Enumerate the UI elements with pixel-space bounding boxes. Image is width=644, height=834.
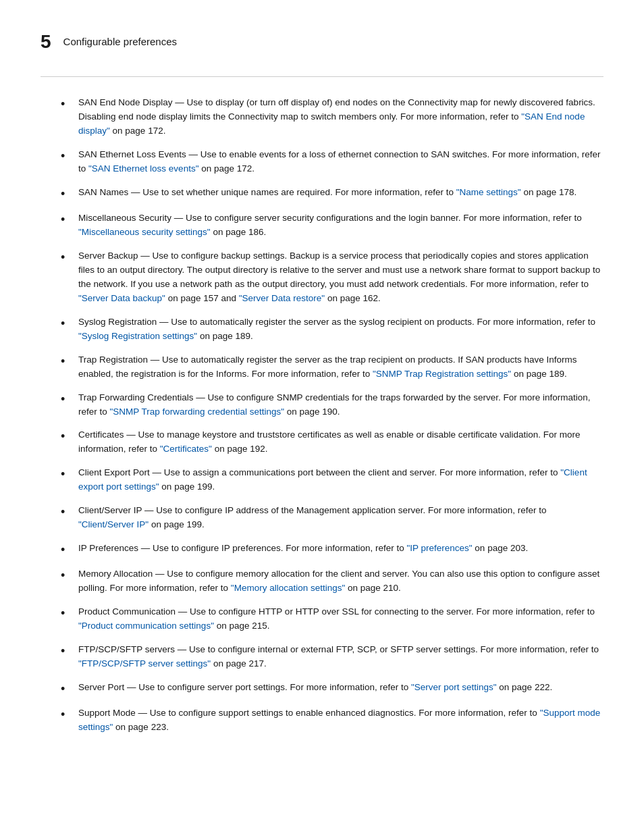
list-item: •Certificates — Use to manage keystore a… [61,428,603,457]
bullet-icon: • [61,568,73,583]
link-client-export-port[interactable]: "Client export port settings" [78,467,587,492]
bullet-icon: • [61,354,73,369]
link-server-port[interactable]: "Server port settings" [411,682,497,692]
feature-list: •SAN End Node Display — Use to display (… [61,96,603,735]
link-server-data-backup[interactable]: "Server Data backup" [78,293,165,303]
chapter-title: Configurable preferences [63,34,177,49]
link-support-mode[interactable]: "Support mode settings" [78,708,600,732]
bullet-icon: • [61,504,73,520]
page-header: 5 Configurable preferences [41,27,603,56]
list-item-text: Support Mode — Use to configure support … [78,706,603,735]
bullet-icon: • [61,97,73,112]
list-item-text: Server Port — Use to configure server po… [78,681,603,695]
link-misc-security[interactable]: "Miscellaneous security settings" [78,227,211,237]
list-item-text: FTP/SCP/SFTP servers — Use to configure … [78,643,603,671]
link-san-end-node[interactable]: "SAN End node display" [78,111,585,136]
header-divider [41,76,603,77]
link-ftp-scp-sftp[interactable]: "FTP/SCP/SFTP server settings" [78,658,211,669]
link-syslog-registration[interactable]: "Syslog Registration settings" [78,331,197,341]
link-client-server-ip[interactable]: "Client/Server IP" [78,519,149,529]
bullet-icon: • [61,392,73,407]
link-product-communication[interactable]: "Product communication settings" [78,621,214,631]
bullet-icon: • [61,316,73,332]
link-trap-registration[interactable]: "SNMP Trap Registration settings" [373,369,511,379]
bullet-icon: • [61,429,73,444]
list-item-text: Miscellaneous Security — Use to configur… [78,211,603,240]
bullet-icon: • [61,250,73,265]
link-memory-allocation[interactable]: "Memory allocation settings" [231,583,345,593]
page: 5 Configurable preferences •SAN End Node… [0,0,644,785]
list-item: •SAN Ethernet Loss Events — Use to enabl… [61,148,603,176]
bullet-icon: • [61,644,73,659]
list-item-text: IP Preferences — Use to configure IP pre… [78,542,603,556]
bullet-icon: • [61,542,73,558]
list-item: •Server Backup — Use to configure backup… [61,249,603,306]
list-item-text: Client/Server IP — Use to configure IP a… [78,504,603,532]
list-item: •SAN Names — Use to set whether unique n… [61,186,603,202]
list-item: •Syslog Registration — Use to automatica… [61,315,603,344]
list-item-text: Client Export Port — Use to assign a com… [78,466,603,494]
list-item-text: Memory Allocation — Use to configure mem… [78,567,603,596]
link-ip-preferences[interactable]: "IP preferences" [406,543,472,553]
list-item: •Support Mode — Use to configure support… [61,706,603,735]
list-item-text: SAN Ethernet Loss Events — Use to enable… [78,148,603,176]
bullet-icon: • [61,681,73,697]
list-item-text: SAN Names — Use to set whether unique na… [78,186,603,200]
link-trap-forwarding[interactable]: "SNMP Trap forwarding credential setting… [110,407,284,417]
list-item: •Miscellaneous Security — Use to configu… [61,211,603,240]
list-item-text: Syslog Registration — Use to automatical… [78,315,603,344]
list-item: •SAN End Node Display — Use to display (… [61,96,603,138]
bullet-icon: • [61,707,73,723]
list-item-text: Product Communication — Use to configure… [78,605,603,633]
list-item: •Product Communication — Use to configur… [61,605,603,633]
list-item-text: Certificates — Use to manage keystore an… [78,428,603,457]
list-item-text: Server Backup — Use to configure backup … [78,249,603,306]
chapter-number: 5 [41,27,51,56]
list-item: •Client Export Port — Use to assign a co… [61,466,603,494]
bullet-icon: • [61,186,73,202]
list-item: •Trap Registration — Use to automaticall… [61,353,603,382]
bullet-icon: • [61,467,73,482]
bullet-icon: • [61,606,73,621]
list-item: •Memory Allocation — Use to configure me… [61,567,603,596]
list-item-text: Trap Forwarding Credentials — Use to con… [78,391,603,419]
bullet-icon: • [61,149,73,164]
list-item-text: Trap Registration — Use to automatically… [78,353,603,382]
list-item: •Server Port — Use to configure server p… [61,681,603,697]
list-item-text: SAN End Node Display — Use to display (o… [78,96,603,138]
link-san-ethernet-loss[interactable]: "SAN Ethernet loss events" [88,163,198,174]
list-item: •IP Preferences — Use to configure IP pr… [61,542,603,558]
list-item: •FTP/SCP/SFTP servers — Use to configure… [61,643,603,671]
list-item: •Trap Forwarding Credentials — Use to co… [61,391,603,419]
content-area: •SAN End Node Display — Use to display (… [41,96,603,735]
link-certificates[interactable]: "Certificates" [160,444,212,454]
bullet-icon: • [61,212,73,228]
list-item: •Client/Server IP — Use to configure IP … [61,504,603,532]
link-san-names[interactable]: "Name settings" [456,187,521,197]
link-server-data-restore[interactable]: "Server Data restore" [239,293,325,303]
